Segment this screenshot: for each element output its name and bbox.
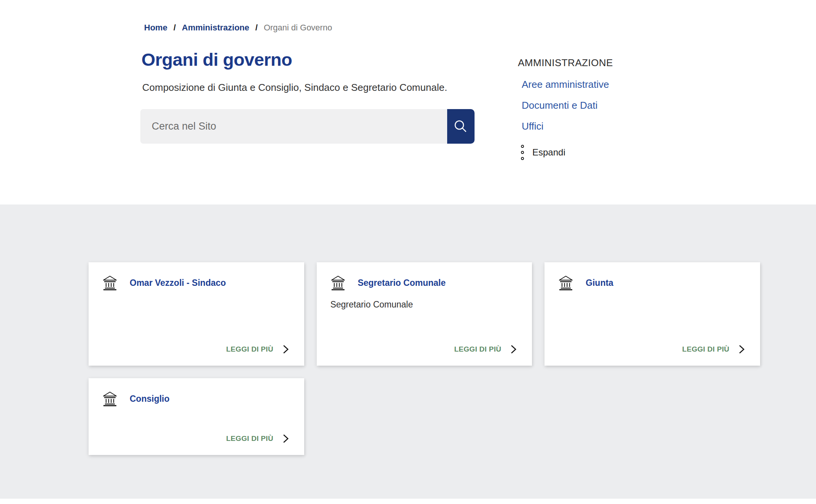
card-footer: LEGGI DI PIÙ bbox=[558, 344, 745, 354]
kebab-dots-icon bbox=[520, 144, 525, 160]
expand-button[interactable]: Espandi bbox=[520, 144, 565, 160]
bank-icon bbox=[558, 275, 573, 290]
bank-icon bbox=[330, 275, 346, 290]
read-more-link[interactable]: LEGGI DI PIÙ bbox=[454, 345, 501, 353]
card-title-link[interactable]: Giunta bbox=[586, 278, 613, 288]
chevron-right-icon bbox=[738, 344, 745, 354]
breadcrumb-home-link[interactable]: Home bbox=[144, 23, 167, 33]
read-more-link[interactable]: LEGGI DI PIÙ bbox=[226, 345, 273, 353]
chevron-right-icon bbox=[510, 344, 517, 354]
search-icon bbox=[453, 119, 468, 134]
card-title-link[interactable]: Segretario Comunale bbox=[358, 278, 446, 288]
cards-grid: Omar Vezzoli - Sindaco LEGGI DI PIÙ bbox=[89, 262, 760, 455]
breadcrumb-current-page: Organi di Governo bbox=[264, 23, 332, 33]
card-body-text: Segretario Comunale bbox=[330, 300, 517, 310]
search-button[interactable] bbox=[447, 109, 475, 144]
bottom-strip bbox=[0, 499, 816, 504]
sidebar-link-aree-amministrative[interactable]: Aree amministrative bbox=[522, 79, 681, 90]
cards-section: Omar Vezzoli - Sindaco LEGGI DI PIÙ bbox=[0, 204, 816, 499]
card-header: Consiglio bbox=[102, 391, 289, 406]
page: Home / Amministrazione / Organi di Gover… bbox=[0, 0, 816, 504]
card-header: Omar Vezzoli - Sindaco bbox=[102, 275, 289, 290]
card-giunta: Giunta LEGGI DI PIÙ bbox=[545, 262, 760, 366]
breadcrumb-separator: / bbox=[256, 23, 258, 33]
card-segretario-comunale: Segretario Comunale Segretario Comunale … bbox=[317, 262, 532, 366]
page-subtitle: Composizione di Giunta e Consiglio, Sind… bbox=[142, 81, 447, 94]
sidebar-link-documenti-e-dati[interactable]: Documenti e Dati bbox=[522, 100, 681, 111]
sidebar-link-uffici[interactable]: Uffici bbox=[522, 120, 681, 132]
breadcrumb: Home / Amministrazione / Organi di Gover… bbox=[144, 23, 332, 33]
breadcrumb-amministrazione-link[interactable]: Amministrazione bbox=[182, 23, 249, 33]
search-input[interactable] bbox=[140, 109, 447, 144]
breadcrumb-separator: / bbox=[173, 23, 176, 33]
read-more-link[interactable]: LEGGI DI PIÙ bbox=[682, 345, 729, 353]
chevron-right-icon bbox=[283, 434, 289, 444]
card-header: Giunta bbox=[558, 275, 745, 290]
card-header: Segretario Comunale bbox=[330, 275, 517, 290]
chevron-right-icon bbox=[283, 344, 289, 354]
card-title-link[interactable]: Omar Vezzoli - Sindaco bbox=[130, 278, 226, 288]
expand-label: Espandi bbox=[532, 147, 565, 158]
search-form bbox=[140, 109, 475, 144]
card-title-link[interactable]: Consiglio bbox=[130, 394, 170, 404]
read-more-link[interactable]: LEGGI DI PIÙ bbox=[226, 434, 273, 443]
bank-icon bbox=[102, 275, 117, 290]
card-footer: LEGGI DI PIÙ bbox=[102, 434, 289, 444]
card-footer: LEGGI DI PIÙ bbox=[102, 344, 289, 354]
sidebar-title: AMMINISTRAZIONE bbox=[518, 57, 681, 69]
bank-icon bbox=[102, 391, 117, 406]
card-omar-vezzoli-sindaco: Omar Vezzoli - Sindaco LEGGI DI PIÙ bbox=[89, 262, 304, 366]
card-footer: LEGGI DI PIÙ bbox=[330, 344, 517, 354]
card-consiglio: Consiglio LEGGI DI PIÙ bbox=[89, 378, 304, 455]
sidebar-amministrazione: AMMINISTRAZIONE Aree amministrative Docu… bbox=[518, 57, 681, 160]
page-title: Organi di governo bbox=[141, 49, 292, 71]
page-header: Home / Amministrazione / Organi di Gover… bbox=[0, 0, 816, 204]
